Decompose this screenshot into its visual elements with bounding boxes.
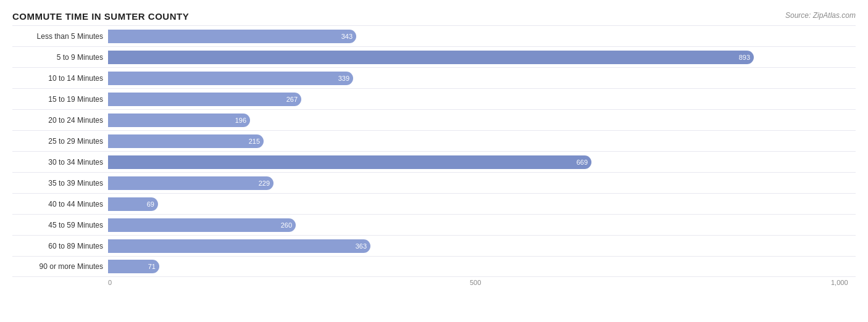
bar-row: 5 to 9 Minutes893 xyxy=(12,46,856,67)
bar-row: 30 to 34 Minutes669 xyxy=(12,151,856,172)
bar-row: 35 to 39 Minutes229 xyxy=(12,172,856,193)
bar-fill: 69 xyxy=(108,197,158,211)
row-label: 90 or more Minutes xyxy=(12,262,108,271)
bar-track: 339 xyxy=(108,72,856,85)
bar-value: 69 xyxy=(147,200,154,208)
bar-track: 69 xyxy=(108,197,856,211)
bar-fill: 260 xyxy=(108,218,296,232)
bar-row: 15 to 19 Minutes267 xyxy=(12,88,856,109)
bar-row: 60 to 89 Minutes363 xyxy=(12,235,856,256)
bar-value: 343 xyxy=(341,33,353,40)
bar-value: 267 xyxy=(286,96,298,103)
row-label: 25 to 29 Minutes xyxy=(12,137,108,146)
row-label: 35 to 39 Minutes xyxy=(12,179,108,188)
bar-value: 215 xyxy=(249,138,260,145)
bar-fill: 267 xyxy=(108,93,301,106)
bar-row: 45 to 59 Minutes260 xyxy=(12,214,856,235)
bar-value: 196 xyxy=(235,117,246,124)
bar-value: 71 xyxy=(148,263,156,270)
bar-fill: 339 xyxy=(108,72,353,85)
bar-track: 196 xyxy=(108,114,856,127)
row-label: 40 to 44 Minutes xyxy=(12,200,108,208)
row-label: Less than 5 Minutes xyxy=(12,32,108,41)
chart-title: COMMUTE TIME IN SUMTER COUNTY xyxy=(12,11,856,22)
bar-row: Less than 5 Minutes343 xyxy=(12,25,856,46)
bar-fill: 229 xyxy=(108,176,273,190)
bar-fill: 343 xyxy=(108,30,356,43)
bar-track: 267 xyxy=(108,93,856,106)
bar-fill: 363 xyxy=(108,239,370,253)
chart-area: Less than 5 Minutes3435 to 9 Minutes8931… xyxy=(12,25,856,277)
row-label: 20 to 24 Minutes xyxy=(12,116,108,125)
bar-fill: 71 xyxy=(108,260,159,273)
chart-container: COMMUTE TIME IN SUMTER COUNTY Source: Zi… xyxy=(0,0,868,322)
bar-track: 215 xyxy=(108,134,856,148)
bar-track: 260 xyxy=(108,218,856,232)
bar-row: 90 or more Minutes71 xyxy=(12,256,856,277)
row-label: 5 to 9 Minutes xyxy=(12,53,108,62)
bar-value: 260 xyxy=(281,221,292,229)
row-label: 10 to 14 Minutes xyxy=(12,74,108,83)
bar-track: 71 xyxy=(108,260,856,273)
row-label: 15 to 19 Minutes xyxy=(12,95,108,104)
bar-fill: 669 xyxy=(108,155,591,169)
bar-value: 669 xyxy=(577,159,588,166)
bar-row: 10 to 14 Minutes339 xyxy=(12,67,856,88)
bar-value: 893 xyxy=(739,54,750,61)
bar-track: 893 xyxy=(108,51,856,64)
bar-track: 363 xyxy=(108,239,856,253)
bar-track: 343 xyxy=(108,30,856,43)
bar-track: 669 xyxy=(108,155,856,169)
bar-fill: 215 xyxy=(108,134,264,148)
axis-tick-label: 500 xyxy=(470,279,481,286)
bar-row: 40 to 44 Minutes69 xyxy=(12,193,856,214)
bar-fill: 893 xyxy=(108,51,754,64)
row-label: 30 to 34 Minutes xyxy=(12,158,108,167)
source-label: Source: ZipAtlas.com xyxy=(785,11,856,20)
bar-value: 363 xyxy=(356,242,367,250)
bar-fill: 196 xyxy=(108,114,250,127)
bar-track: 229 xyxy=(108,176,856,190)
bar-value: 339 xyxy=(338,75,349,82)
bar-value: 229 xyxy=(259,180,270,187)
axis-tick-label: 1,000 xyxy=(831,279,848,286)
bar-row: 20 to 24 Minutes196 xyxy=(12,109,856,130)
row-label: 60 to 89 Minutes xyxy=(12,242,108,250)
bar-row: 25 to 29 Minutes215 xyxy=(12,130,856,151)
axis-tick-label: 0 xyxy=(108,279,112,286)
row-label: 45 to 59 Minutes xyxy=(12,221,108,229)
